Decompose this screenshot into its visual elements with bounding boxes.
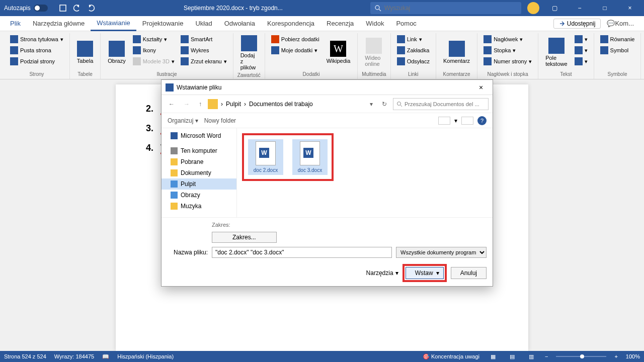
save-icon[interactable] [58, 3, 68, 13]
group-media: Multimedia [362, 70, 386, 78]
range-button[interactable]: Zakres... [212, 232, 277, 243]
tab-design[interactable]: Projektowanie [136, 16, 190, 31]
ribbon-options-icon[interactable]: ▢ [544, 0, 565, 16]
search-icon [374, 5, 381, 12]
tab-home[interactable]: Narzędzia główne [27, 16, 91, 31]
screenshot-button[interactable]: Zrzut ekranu ▾ [179, 56, 229, 66]
footer-button[interactable]: Stopka ▾ [481, 45, 534, 55]
insert-button[interactable]: Wstaw▾ [406, 267, 444, 279]
selected-files-highlight: doc 2.docx doc 3.docx [242, 133, 334, 181]
minimize-button[interactable]: − [570, 0, 590, 16]
models3d-button[interactable]: Modele 3D ▾ [131, 56, 177, 66]
undo-icon[interactable] [72, 3, 82, 13]
tree-desktop[interactable]: Pulpit [162, 178, 236, 190]
pictures-button[interactable]: Obrazy [105, 34, 128, 70]
organize-button[interactable]: Organizuj ▾ [168, 117, 198, 124]
link-button[interactable]: Link ▾ [395, 34, 432, 44]
new-folder-button[interactable]: Nowy folder [204, 117, 236, 124]
tab-view[interactable]: Widok [360, 16, 390, 31]
tab-mailings[interactable]: Korespondencja [261, 16, 320, 31]
dialog-search-input[interactable] [405, 101, 485, 107]
breadcrumb-dropdown[interactable]: ▾ [367, 100, 376, 109]
tab-help[interactable]: Pomoc [390, 16, 422, 31]
blank-page-button[interactable]: Pusta strona [8, 45, 65, 55]
tree-downloads[interactable]: Pobrane [162, 156, 236, 167]
autosave-toggle[interactable]: Autozapis [4, 5, 48, 12]
equation-button[interactable]: Równanie [598, 34, 637, 44]
print-layout-icon[interactable]: ▤ [507, 353, 518, 360]
tab-insert[interactable]: Wstawianie [91, 16, 136, 31]
symbol-button[interactable]: Symbol [598, 45, 637, 55]
comment-button[interactable]: Komentarz [440, 34, 473, 70]
quickparts-button[interactable]: ▾ [573, 34, 590, 44]
language-status[interactable]: Hiszpański (Hiszpania) [117, 353, 174, 359]
shapes-button[interactable]: Kształty ▾ [131, 34, 177, 44]
zoom-in[interactable]: + [614, 353, 617, 359]
file-item[interactable]: doc 3.docx [292, 139, 328, 175]
preview-pane-button[interactable] [461, 117, 473, 125]
up-button[interactable]: ↑ [196, 100, 205, 109]
web-layout-icon[interactable]: ▥ [526, 353, 537, 360]
read-mode-icon[interactable]: ▦ [488, 353, 499, 360]
zoom-out[interactable]: − [545, 353, 548, 359]
breadcrumb-folder[interactable]: Documentos del trabajo [249, 101, 313, 108]
my-addins-button[interactable]: Moje dodatki ▾ [269, 45, 321, 55]
page-status[interactable]: Strona 524 z 524 [4, 353, 46, 359]
search-box[interactable] [370, 2, 521, 14]
file-list[interactable]: doc 2.docx doc 3.docx [237, 128, 493, 217]
user-avatar[interactable] [527, 2, 539, 14]
tree-pictures[interactable]: Obrazy [162, 190, 236, 201]
wikipedia-button[interactable]: WWikipedia [324, 34, 354, 70]
word-count[interactable]: Wyrazy: 184475 [54, 353, 94, 359]
tree-word[interactable]: Microsoft Word [162, 130, 236, 141]
dropcap-button[interactable]: ▾ [573, 56, 590, 66]
tools-dropdown[interactable]: Narzędzia ▾ [366, 269, 398, 277]
tree-music[interactable]: Muzyka [162, 201, 236, 212]
comments-button[interactable]: 💬 Kom... [601, 16, 640, 31]
file-item[interactable]: doc 2.docx [248, 139, 283, 175]
zoom-slider[interactable] [556, 356, 606, 357]
header-button[interactable]: Nagłówek ▾ [481, 34, 534, 44]
smartart-button[interactable]: SmartArt [179, 34, 229, 44]
spellcheck-icon[interactable]: 📖 [102, 353, 109, 360]
crossref-button[interactable]: Odsyłacz [395, 56, 432, 66]
bookmark-button[interactable]: Zakładka [395, 45, 432, 55]
reuse-files-button[interactable]: Dodaj z plików [237, 34, 261, 71]
zoom-level[interactable]: 100% [626, 353, 640, 359]
tab-review[interactable]: Recenzja [320, 16, 360, 31]
share-button[interactable]: Udostępnij [553, 19, 601, 29]
textbox-button[interactable]: Pole tekstowe [542, 34, 570, 70]
search-input[interactable] [384, 5, 517, 12]
help-icon[interactable]: ? [477, 116, 487, 125]
icons-button[interactable]: Ikony [131, 45, 177, 55]
tree-documents[interactable]: Dokumenty [162, 167, 236, 178]
maximize-button[interactable]: □ [595, 0, 615, 16]
back-button[interactable]: ← [166, 100, 178, 109]
close-button[interactable]: × [620, 0, 640, 16]
get-addins-button[interactable]: Pobierz dodatki [269, 34, 321, 44]
tab-file[interactable]: Plik [4, 16, 27, 31]
page-break-button[interactable]: Podział strony [8, 56, 65, 66]
cancel-button[interactable]: Anuluj [451, 267, 487, 279]
view-dropdown[interactable]: ▾ [454, 117, 457, 124]
tree-computer[interactable]: Ten komputer [162, 145, 236, 156]
filetype-select[interactable]: Wszystkie dokumenty program... [396, 247, 487, 258]
tab-layout[interactable]: Układ [189, 16, 218, 31]
view-mode-button[interactable] [438, 117, 450, 125]
redo-icon[interactable] [86, 3, 96, 13]
wordart-button[interactable]: ▾ [573, 45, 590, 55]
dialog-close-button[interactable]: × [473, 83, 489, 92]
dialog-search[interactable] [393, 98, 489, 110]
page-number-button[interactable]: Numer strony ▾ [481, 56, 534, 66]
video-button[interactable]: Wideo online [362, 34, 386, 70]
tab-references[interactable]: Odwołania [218, 16, 261, 31]
breadcrumb-root[interactable]: Pulpit [226, 101, 241, 108]
table-button[interactable]: Tabela [74, 34, 96, 70]
group-tables: Tabele [74, 70, 96, 78]
forward-button[interactable]: → [181, 100, 193, 109]
focus-mode[interactable]: 🎯 Koncentracja uwagi [423, 353, 479, 360]
filename-input[interactable] [212, 247, 392, 258]
chart-button[interactable]: Wykres [179, 45, 229, 55]
refresh-button[interactable]: ↻ [379, 100, 390, 109]
cover-page-button[interactable]: Strona tytułowa ▾ [8, 34, 65, 44]
